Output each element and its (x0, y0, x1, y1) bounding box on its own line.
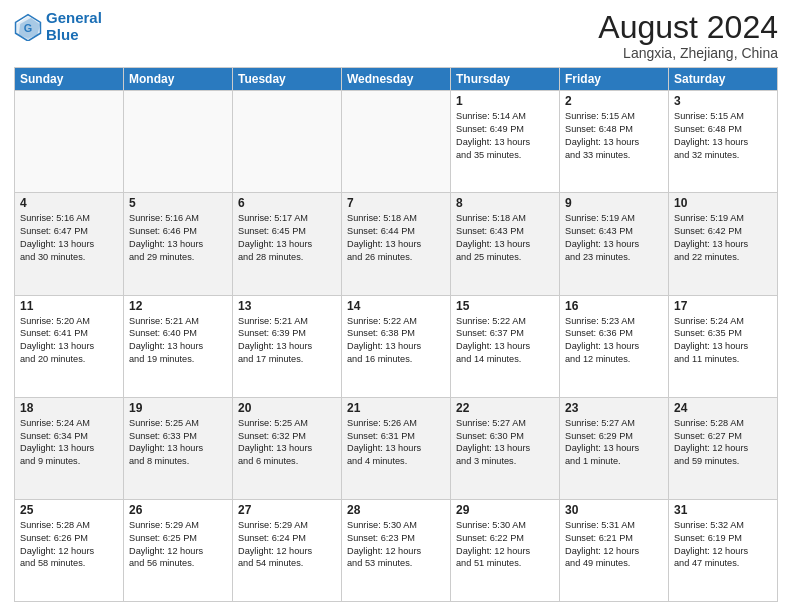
table-row: 10Sunrise: 5:19 AMSunset: 6:42 PMDayligh… (669, 193, 778, 295)
col-monday: Monday (124, 68, 233, 91)
table-row: 16Sunrise: 5:23 AMSunset: 6:36 PMDayligh… (560, 295, 669, 397)
day-info: Sunrise: 5:23 AMSunset: 6:36 PMDaylight:… (565, 315, 663, 367)
table-row: 9Sunrise: 5:19 AMSunset: 6:43 PMDaylight… (560, 193, 669, 295)
month-title: August 2024 (598, 10, 778, 45)
day-info: Sunrise: 5:21 AMSunset: 6:39 PMDaylight:… (238, 315, 336, 367)
table-row: 22Sunrise: 5:27 AMSunset: 6:30 PMDayligh… (451, 397, 560, 499)
logo-text: General Blue (46, 10, 102, 43)
day-info: Sunrise: 5:30 AMSunset: 6:23 PMDaylight:… (347, 519, 445, 571)
day-number: 20 (238, 401, 336, 415)
day-number: 28 (347, 503, 445, 517)
day-info: Sunrise: 5:24 AMSunset: 6:34 PMDaylight:… (20, 417, 118, 469)
table-row: 25Sunrise: 5:28 AMSunset: 6:26 PMDayligh… (15, 499, 124, 601)
calendar-week-row: 18Sunrise: 5:24 AMSunset: 6:34 PMDayligh… (15, 397, 778, 499)
col-tuesday: Tuesday (233, 68, 342, 91)
day-number: 14 (347, 299, 445, 313)
day-number: 26 (129, 503, 227, 517)
calendar-table: Sunday Monday Tuesday Wednesday Thursday… (14, 67, 778, 602)
col-thursday: Thursday (451, 68, 560, 91)
day-number: 25 (20, 503, 118, 517)
day-number: 15 (456, 299, 554, 313)
day-number: 21 (347, 401, 445, 415)
day-info: Sunrise: 5:16 AMSunset: 6:47 PMDaylight:… (20, 212, 118, 264)
table-row: 8Sunrise: 5:18 AMSunset: 6:43 PMDaylight… (451, 193, 560, 295)
day-info: Sunrise: 5:18 AMSunset: 6:44 PMDaylight:… (347, 212, 445, 264)
day-info: Sunrise: 5:25 AMSunset: 6:33 PMDaylight:… (129, 417, 227, 469)
table-row: 26Sunrise: 5:29 AMSunset: 6:25 PMDayligh… (124, 499, 233, 601)
table-row: 23Sunrise: 5:27 AMSunset: 6:29 PMDayligh… (560, 397, 669, 499)
col-sunday: Sunday (15, 68, 124, 91)
day-number: 4 (20, 196, 118, 210)
logo-icon: G (14, 13, 42, 41)
table-row: 31Sunrise: 5:32 AMSunset: 6:19 PMDayligh… (669, 499, 778, 601)
day-number: 27 (238, 503, 336, 517)
day-number: 3 (674, 94, 772, 108)
day-info: Sunrise: 5:15 AMSunset: 6:48 PMDaylight:… (674, 110, 772, 162)
day-number: 5 (129, 196, 227, 210)
day-number: 2 (565, 94, 663, 108)
page-container: G General Blue August 2024 Langxia, Zhej… (0, 0, 792, 612)
table-row (124, 91, 233, 193)
col-saturday: Saturday (669, 68, 778, 91)
day-info: Sunrise: 5:20 AMSunset: 6:41 PMDaylight:… (20, 315, 118, 367)
day-number: 1 (456, 94, 554, 108)
day-number: 31 (674, 503, 772, 517)
svg-text:G: G (24, 21, 32, 33)
col-wednesday: Wednesday (342, 68, 451, 91)
table-row: 20Sunrise: 5:25 AMSunset: 6:32 PMDayligh… (233, 397, 342, 499)
day-info: Sunrise: 5:27 AMSunset: 6:30 PMDaylight:… (456, 417, 554, 469)
table-row: 18Sunrise: 5:24 AMSunset: 6:34 PMDayligh… (15, 397, 124, 499)
day-info: Sunrise: 5:16 AMSunset: 6:46 PMDaylight:… (129, 212, 227, 264)
table-row (342, 91, 451, 193)
day-info: Sunrise: 5:28 AMSunset: 6:27 PMDaylight:… (674, 417, 772, 469)
day-info: Sunrise: 5:17 AMSunset: 6:45 PMDaylight:… (238, 212, 336, 264)
table-row: 5Sunrise: 5:16 AMSunset: 6:46 PMDaylight… (124, 193, 233, 295)
table-row: 28Sunrise: 5:30 AMSunset: 6:23 PMDayligh… (342, 499, 451, 601)
title-block: August 2024 Langxia, Zhejiang, China (598, 10, 778, 61)
day-number: 7 (347, 196, 445, 210)
day-info: Sunrise: 5:14 AMSunset: 6:49 PMDaylight:… (456, 110, 554, 162)
table-row: 7Sunrise: 5:18 AMSunset: 6:44 PMDaylight… (342, 193, 451, 295)
table-row: 15Sunrise: 5:22 AMSunset: 6:37 PMDayligh… (451, 295, 560, 397)
table-row: 12Sunrise: 5:21 AMSunset: 6:40 PMDayligh… (124, 295, 233, 397)
table-row (15, 91, 124, 193)
day-number: 17 (674, 299, 772, 313)
day-info: Sunrise: 5:24 AMSunset: 6:35 PMDaylight:… (674, 315, 772, 367)
logo-line1: General (46, 9, 102, 26)
day-info: Sunrise: 5:19 AMSunset: 6:42 PMDaylight:… (674, 212, 772, 264)
day-info: Sunrise: 5:28 AMSunset: 6:26 PMDaylight:… (20, 519, 118, 571)
table-row: 1Sunrise: 5:14 AMSunset: 6:49 PMDaylight… (451, 91, 560, 193)
day-info: Sunrise: 5:30 AMSunset: 6:22 PMDaylight:… (456, 519, 554, 571)
day-number: 19 (129, 401, 227, 415)
table-row: 3Sunrise: 5:15 AMSunset: 6:48 PMDaylight… (669, 91, 778, 193)
day-info: Sunrise: 5:31 AMSunset: 6:21 PMDaylight:… (565, 519, 663, 571)
day-info: Sunrise: 5:18 AMSunset: 6:43 PMDaylight:… (456, 212, 554, 264)
calendar-week-row: 25Sunrise: 5:28 AMSunset: 6:26 PMDayligh… (15, 499, 778, 601)
table-row (233, 91, 342, 193)
day-info: Sunrise: 5:32 AMSunset: 6:19 PMDaylight:… (674, 519, 772, 571)
day-info: Sunrise: 5:22 AMSunset: 6:38 PMDaylight:… (347, 315, 445, 367)
day-info: Sunrise: 5:21 AMSunset: 6:40 PMDaylight:… (129, 315, 227, 367)
calendar-week-row: 11Sunrise: 5:20 AMSunset: 6:41 PMDayligh… (15, 295, 778, 397)
day-info: Sunrise: 5:26 AMSunset: 6:31 PMDaylight:… (347, 417, 445, 469)
table-row: 29Sunrise: 5:30 AMSunset: 6:22 PMDayligh… (451, 499, 560, 601)
day-number: 8 (456, 196, 554, 210)
day-info: Sunrise: 5:29 AMSunset: 6:25 PMDaylight:… (129, 519, 227, 571)
day-info: Sunrise: 5:19 AMSunset: 6:43 PMDaylight:… (565, 212, 663, 264)
table-row: 24Sunrise: 5:28 AMSunset: 6:27 PMDayligh… (669, 397, 778, 499)
day-number: 9 (565, 196, 663, 210)
location: Langxia, Zhejiang, China (598, 45, 778, 61)
day-number: 23 (565, 401, 663, 415)
day-number: 13 (238, 299, 336, 313)
table-row: 19Sunrise: 5:25 AMSunset: 6:33 PMDayligh… (124, 397, 233, 499)
table-row: 6Sunrise: 5:17 AMSunset: 6:45 PMDaylight… (233, 193, 342, 295)
header: G General Blue August 2024 Langxia, Zhej… (14, 10, 778, 61)
day-number: 18 (20, 401, 118, 415)
table-row: 27Sunrise: 5:29 AMSunset: 6:24 PMDayligh… (233, 499, 342, 601)
table-row: 14Sunrise: 5:22 AMSunset: 6:38 PMDayligh… (342, 295, 451, 397)
day-info: Sunrise: 5:27 AMSunset: 6:29 PMDaylight:… (565, 417, 663, 469)
day-number: 24 (674, 401, 772, 415)
logo-line2: Blue (46, 26, 79, 43)
day-number: 29 (456, 503, 554, 517)
table-row: 11Sunrise: 5:20 AMSunset: 6:41 PMDayligh… (15, 295, 124, 397)
